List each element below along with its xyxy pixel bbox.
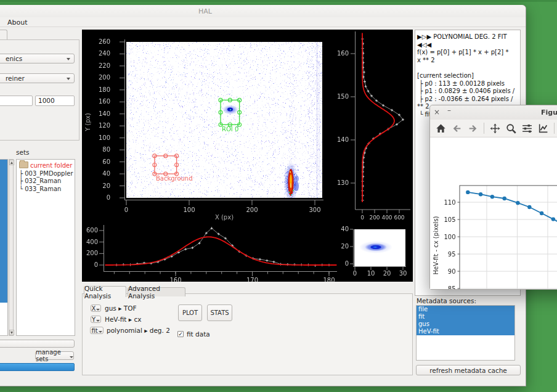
- metadata-label: Metadata sources:: [417, 297, 476, 304]
- metadata-list[interactable]: file fit gus HeV-fit: [416, 305, 515, 361]
- tick-label: 100: [183, 206, 195, 213]
- tree-item[interactable]: ├ 032_Raman: [19, 178, 75, 186]
- x-profile-data: [116, 228, 329, 265]
- home-icon[interactable]: [436, 123, 446, 134]
- chevron-down-icon: [67, 58, 70, 60]
- subplots-icon[interactable]: [522, 123, 532, 134]
- manage-sets-button[interactable]: manage sets: [35, 351, 74, 360]
- tick-label: 90: [448, 268, 456, 275]
- combo-box-1[interactable]: enics: [0, 54, 75, 63]
- tick-label: 0: [107, 194, 110, 201]
- figure-toolbar: [430, 120, 557, 137]
- tick-label: 85: [448, 285, 456, 289]
- file-list-scrollbar[interactable]: [9, 159, 14, 336]
- tick-label: 10: [367, 270, 375, 277]
- tick-label: 240: [99, 50, 110, 57]
- tick-label: 110: [444, 199, 455, 206]
- tree-root[interactable]: current folder: [19, 161, 75, 170]
- input-field-2[interactable]: 1000: [35, 96, 75, 106]
- tree-item[interactable]: └ 033_Raman: [19, 186, 75, 194]
- tick-label: 180: [99, 86, 110, 93]
- pan-icon[interactable]: [490, 123, 500, 134]
- tick-label: 105: [444, 216, 455, 223]
- fit-button[interactable]: fit: [90, 327, 104, 334]
- chevron-down-icon: [70, 356, 73, 358]
- tick-label: 400: [381, 214, 392, 221]
- figure-series: [466, 190, 557, 228]
- figure-canvas[interactable]: 5101520859095100105110HeV-fit - cx (pixe…: [430, 137, 557, 289]
- tick-label: 0: [124, 206, 128, 213]
- desktop: HAL About enics reiner 1000 sets current…: [0, 0, 557, 392]
- menu-about[interactable]: About: [7, 18, 28, 27]
- sets-action-button[interactable]: [0, 340, 75, 348]
- combo-box-2-value: reiner: [6, 75, 25, 82]
- tick-label: 30: [399, 270, 407, 277]
- y-profile-data: [362, 39, 403, 200]
- fit-data-checkbox[interactable]: ✓: [177, 331, 184, 337]
- tick-label: 200: [99, 74, 110, 81]
- combo-box-1-value: enics: [6, 55, 22, 62]
- tree-item[interactable]: ├ 003_PMDoppler: [19, 170, 75, 178]
- x-axis-button[interactable]: X: [91, 304, 101, 312]
- tick-label: 0: [360, 214, 364, 221]
- customize-icon[interactable]: [538, 123, 548, 134]
- toolbar-separator: [554, 123, 555, 134]
- forward-icon[interactable]: [468, 123, 478, 134]
- tick-label: 40: [341, 226, 349, 232]
- y-axis-value: HeV-fit ▸ cx: [105, 316, 141, 323]
- refresh-metadata-button[interactable]: refresh metadata cache: [416, 365, 521, 375]
- y-axis-button[interactable]: Y: [91, 316, 101, 323]
- tick-label: 0: [94, 261, 98, 268]
- tick-label: 200: [246, 206, 258, 213]
- image-plot-canvas[interactable]: [126, 42, 322, 198]
- list-item[interactable]: file: [417, 306, 514, 313]
- scroll-down-icon[interactable]: [9, 330, 14, 335]
- window-titlebar[interactable]: [0, 5, 526, 18]
- figure-window-titlebar[interactable]: × – Figure: [430, 105, 557, 120]
- minimize-icon[interactable]: –: [445, 106, 453, 115]
- tick-label: 400: [86, 239, 98, 245]
- plot-button[interactable]: PLOT: [178, 304, 202, 321]
- list-item[interactable]: fit: [417, 313, 514, 321]
- window-title: HAL: [198, 7, 212, 15]
- roi-zoom-canvas[interactable]: [354, 229, 405, 266]
- figure-plot-svg: 5101520859095100105110HeV-fit - cx (pixe…: [430, 137, 557, 289]
- toolbar-separator: [484, 123, 484, 134]
- tick-label: 600: [86, 227, 98, 234]
- manage-sets-label: manage sets: [36, 349, 68, 362]
- list-item[interactable]: gus: [417, 321, 514, 328]
- zoom-icon[interactable]: [506, 123, 516, 134]
- tick-label: 0: [345, 260, 349, 267]
- tick-label: 80: [102, 146, 110, 153]
- stats-button[interactable]: STATS: [207, 304, 232, 321]
- file-list-selection[interactable]: [0, 160, 7, 303]
- folder-icon: [19, 161, 28, 168]
- tick-label: 120: [99, 122, 110, 129]
- tick-label: 130: [337, 179, 349, 186]
- y-profile-fit: [362, 33, 394, 202]
- file-list[interactable]: [0, 159, 8, 336]
- close-icon[interactable]: ×: [433, 108, 441, 116]
- figure-window-title: Figure: [541, 108, 557, 116]
- scroll-up-icon[interactable]: [9, 160, 14, 165]
- tick-label: 20: [341, 243, 349, 250]
- tick-label: 160: [337, 50, 349, 57]
- sets-tree[interactable]: current folder ├ 003_PMDoppler ├ 032_Ram…: [16, 159, 75, 336]
- fit-data-label: fit data: [187, 330, 210, 338]
- tick-label: 160: [169, 277, 181, 282]
- tick-label: 180: [323, 277, 335, 282]
- back-icon[interactable]: [452, 123, 462, 134]
- tab-advanced-analysis[interactable]: Advanced Analysis: [128, 287, 185, 296]
- tick-label: HeV-fit - cx (pixels): [433, 216, 439, 274]
- sets-label: sets: [16, 149, 30, 156]
- input-field-1[interactable]: [0, 96, 33, 106]
- tick-label: 20: [102, 182, 110, 189]
- plot-area[interactable]: 0204060801001201401601802002202402600100…: [82, 30, 413, 282]
- tab-quick-analysis[interactable]: Quick Analysis: [84, 286, 126, 297]
- progress-bar: [0, 363, 75, 371]
- chevron-down-icon: [96, 309, 100, 311]
- tick-label: 200: [86, 250, 98, 256]
- tick-label: 100: [99, 134, 110, 141]
- combo-box-2[interactable]: reiner: [0, 73, 75, 83]
- list-item[interactable]: HeV-fit: [417, 328, 514, 335]
